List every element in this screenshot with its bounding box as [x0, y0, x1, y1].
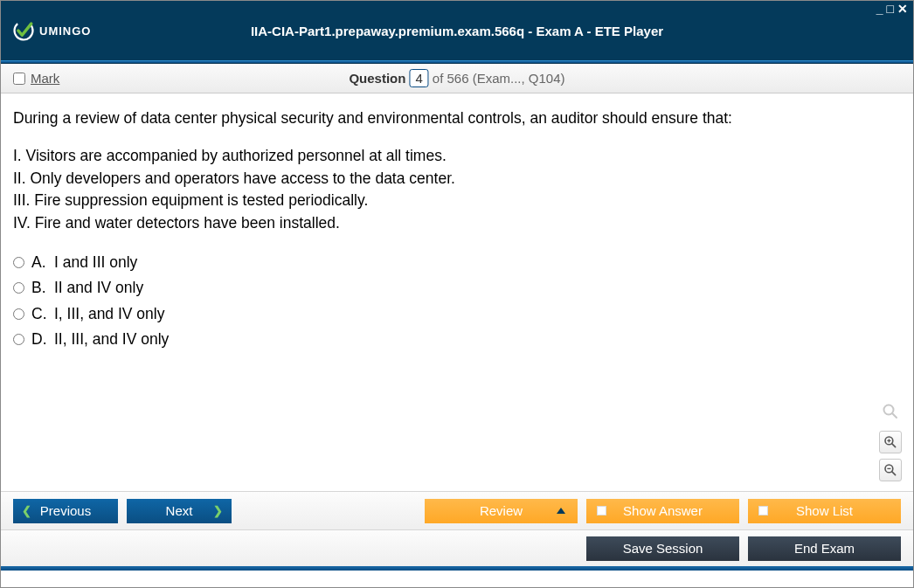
show-answer-checkbox-icon [597, 506, 606, 515]
close-button[interactable]: ✕ [897, 3, 908, 14]
logo-check-icon [11, 18, 36, 43]
mark-label: Mark [31, 71, 59, 86]
mark-checkbox-wrap[interactable]: Mark [13, 71, 59, 86]
save-session-button[interactable]: Save Session [586, 536, 739, 561]
minimize-button[interactable]: _ [876, 3, 883, 14]
option-c-radio[interactable] [13, 308, 24, 320]
option-d-text: II, III, and IV only [54, 329, 169, 350]
svg-line-2 [892, 413, 897, 418]
question-label: Question [349, 71, 405, 86]
window-title: IIA-CIA-Part1.prepaway.premium.exam.566q… [251, 24, 663, 38]
triangle-up-icon [557, 508, 565, 514]
session-button-row: Save Session End Exam [1, 529, 913, 566]
end-exam-label: End Exam [794, 541, 855, 556]
statement-4: IV. Fire and water detectors have been i… [13, 212, 901, 234]
save-session-label: Save Session [623, 541, 703, 556]
review-button[interactable]: Review [425, 499, 578, 523]
zoom-reset-icon[interactable] [880, 401, 901, 422]
titlebar: UMINGO IIA-CIA-Part1.prepaway.premium.ex… [1, 1, 913, 60]
question-number-input[interactable]: 4 [409, 69, 428, 87]
chevron-left-icon: ❮ [22, 504, 31, 517]
app-logo: UMINGO [11, 18, 91, 43]
show-answer-label: Show Answer [623, 503, 703, 518]
next-label: Next [166, 503, 193, 518]
option-c-text: I, III, and IV only [54, 303, 164, 325]
option-b[interactable]: B. II and IV only [13, 277, 901, 299]
show-list-label: Show List [796, 503, 853, 518]
maximize-button[interactable]: □ [887, 3, 894, 14]
zoom-controls [879, 401, 902, 481]
statement-2: II. Only developers and operators have a… [13, 168, 901, 190]
footer-divider [1, 566, 913, 571]
option-b-letter: B. [31, 277, 47, 299]
option-a-letter: A. [31, 252, 47, 273]
logo-text: UMINGO [39, 24, 91, 38]
zoom-out-button[interactable] [879, 459, 902, 481]
chevron-right-icon: ❯ [213, 504, 223, 517]
svg-line-8 [892, 472, 896, 475]
review-label: Review [480, 503, 523, 518]
end-exam-button[interactable]: End Exam [748, 536, 901, 561]
option-d-radio[interactable] [13, 334, 24, 345]
option-b-text: II and IV only [54, 277, 143, 299]
nav-button-row: ❮ Previous Next ❯ Review Show Answer Sho… [1, 491, 913, 529]
question-indicator: Question 4 of 566 (Exam..., Q104) [349, 69, 564, 87]
statement-3: III. Fire suppression equipment is teste… [13, 190, 901, 211]
answer-options: A. I and III only B. II and IV only C. I… [13, 252, 901, 351]
question-counter: of 566 (Exam..., Q104) [433, 71, 565, 86]
zoom-in-button[interactable] [879, 431, 902, 453]
question-content: During a review of data center physical … [1, 93, 913, 491]
previous-label: Previous [40, 503, 91, 518]
option-a-text: I and III only [54, 252, 137, 273]
previous-button[interactable]: ❮ Previous [13, 499, 118, 523]
svg-line-4 [892, 444, 896, 447]
statement-1: I. Visitors are accompanied by authorize… [13, 145, 901, 167]
option-b-radio[interactable] [13, 282, 24, 294]
mark-checkbox[interactable] [13, 73, 25, 85]
question-header: Mark Question 4 of 566 (Exam..., Q104) [1, 64, 913, 93]
question-statements: I. Visitors are accompanied by authorize… [13, 145, 901, 234]
show-answer-button[interactable]: Show Answer [586, 499, 739, 523]
show-list-button[interactable]: Show List [748, 499, 901, 523]
option-c[interactable]: C. I, III, and IV only [13, 303, 901, 325]
option-a-radio[interactable] [13, 257, 24, 268]
question-stem: During a review of data center physical … [13, 107, 901, 129]
option-a[interactable]: A. I and III only [13, 252, 901, 273]
show-list-checkbox-icon [758, 506, 768, 515]
option-d[interactable]: D. II, III, and IV only [13, 329, 901, 350]
option-c-letter: C. [31, 303, 47, 325]
next-button[interactable]: Next ❯ [127, 499, 232, 523]
svg-point-0 [11, 18, 36, 43]
window-controls: _ □ ✕ [876, 3, 908, 14]
option-d-letter: D. [31, 329, 47, 350]
